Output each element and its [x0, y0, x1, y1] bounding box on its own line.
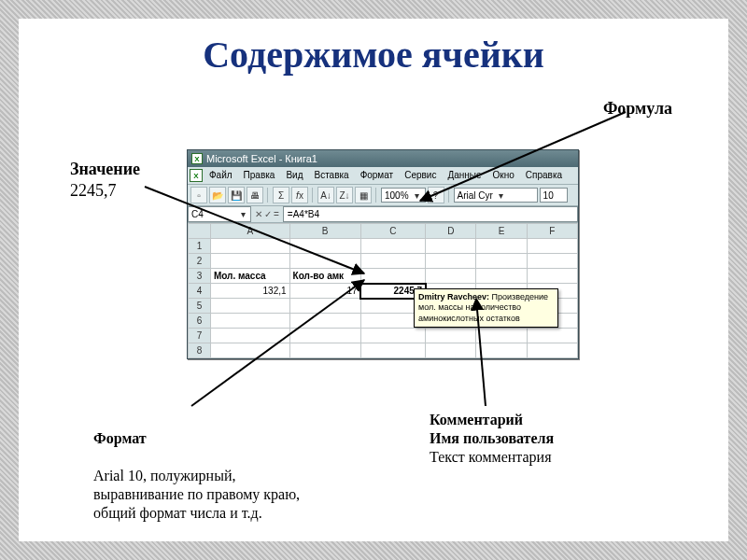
row-header[interactable]: 5 — [189, 299, 211, 314]
menu-format[interactable]: Формат — [356, 169, 399, 182]
help-button[interactable]: ? — [428, 187, 444, 203]
col-header[interactable]: D — [426, 224, 476, 239]
menu-data[interactable]: Данные — [443, 169, 486, 182]
chevron-down-icon: ▾ — [238, 209, 247, 219]
menu-view[interactable]: Вид — [281, 169, 307, 182]
zoom-combo[interactable]: 100%▾ — [381, 188, 426, 203]
menu-edit[interactable]: Правка — [239, 169, 280, 182]
excel-icon: X — [191, 153, 203, 164]
row-header[interactable]: 7 — [189, 329, 211, 343]
select-all-corner[interactable] — [189, 224, 211, 239]
menu-help[interactable]: Справка — [521, 169, 567, 182]
sort-desc-button[interactable]: Z↓ — [336, 187, 353, 203]
excel-toolbar: ▫ 📂 💾 🖶 Σ fx A↓ Z↓ ▦ 100%▾ ? Arial Cyr▾ … — [188, 185, 578, 206]
formula-bar: C4▾ ✕ ✓ = =A4*B4 — [188, 206, 578, 223]
cell[interactable]: Мол. масса — [210, 269, 289, 284]
menu-window[interactable]: Окно — [488, 169, 519, 182]
name-box[interactable]: C4▾ — [188, 206, 251, 222]
menu-insert[interactable]: Вставка — [309, 169, 353, 182]
chevron-down-icon: ▾ — [413, 190, 422, 201]
chevron-down-icon: ▾ — [497, 190, 506, 201]
comment-author: Dmitry Ravcheev: — [418, 292, 489, 301]
font-combo[interactable]: Arial Cyr▾ — [454, 188, 538, 203]
col-header[interactable]: C — [360, 224, 426, 239]
sort-asc-button[interactable]: A↓ — [317, 187, 334, 203]
spreadsheet-grid[interactable]: A B C D E F 1 2 3 Мол. масса Кол-во амк … — [188, 223, 578, 358]
sum-button[interactable]: Σ — [273, 187, 289, 203]
callout-comment: Комментарий Имя пользователя Текст комме… — [430, 411, 554, 467]
excel-menubar: X Файл Правка Вид Вставка Формат Сервис … — [188, 167, 578, 185]
row-header[interactable]: 3 — [189, 269, 211, 284]
cell-comment-tooltip: Dmitry Ravcheev: Произведение мол. массы… — [414, 288, 558, 328]
cancel-icon[interactable]: ✕ — [255, 209, 262, 219]
page-title: Содержимое ячейки — [19, 33, 728, 77]
chart-button[interactable]: ▦ — [355, 187, 372, 203]
save-button[interactable]: 💾 — [228, 187, 245, 203]
cell[interactable]: 17 — [289, 284, 360, 299]
excel-window: X Microsoft Excel - Книга1 X Файл Правка… — [187, 149, 579, 359]
print-button[interactable]: 🖶 — [247, 187, 263, 203]
excel-titlebar: X Microsoft Excel - Книга1 — [188, 150, 578, 167]
fx-button[interactable]: fx — [291, 187, 308, 203]
enter-icon[interactable]: ✓ — [264, 209, 272, 219]
excel-title: Microsoft Excel - Книга1 — [206, 153, 317, 164]
cell[interactable]: Кол-во амк — [289, 269, 360, 284]
open-button[interactable]: 📂 — [209, 187, 226, 203]
col-header[interactable]: B — [289, 224, 360, 239]
row-header[interactable]: 2 — [189, 254, 211, 269]
callout-format: Формат Arial 10, полужирный, выравнивани… — [93, 411, 300, 523]
callout-formula: Формула — [603, 98, 672, 119]
formula-input[interactable]: =A4*B4 — [283, 206, 578, 222]
row-header[interactable]: 1 — [189, 239, 211, 254]
col-header[interactable]: E — [476, 224, 527, 239]
row-header[interactable]: 6 — [189, 314, 211, 329]
row-header[interactable]: 8 — [189, 343, 211, 358]
fontsize-combo[interactable]: 10 — [540, 188, 568, 203]
equals-icon: = — [274, 209, 279, 219]
menu-tools[interactable]: Сервис — [400, 169, 441, 182]
cell[interactable]: 132,1 — [210, 284, 289, 299]
new-button[interactable]: ▫ — [190, 187, 207, 203]
col-header[interactable]: F — [527, 224, 577, 239]
menu-file[interactable]: Файл — [204, 169, 237, 182]
callout-value: Значение 2245,7 — [70, 159, 140, 201]
workbook-icon: X — [190, 169, 203, 182]
col-header[interactable]: A — [210, 224, 289, 239]
row-header[interactable]: 4 — [189, 284, 211, 299]
